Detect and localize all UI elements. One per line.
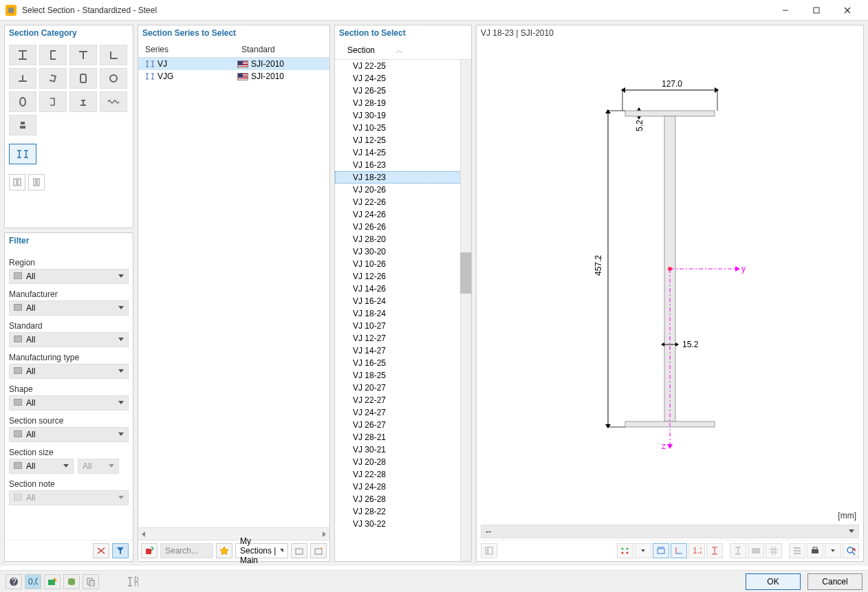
footer-db-icon[interactable] bbox=[63, 574, 80, 589]
section-item[interactable]: VJ 28-19 bbox=[335, 97, 471, 109]
section-item[interactable]: VJ 14-26 bbox=[335, 283, 471, 295]
category-tee-icon[interactable] bbox=[69, 45, 97, 65]
favorite-button[interactable] bbox=[216, 543, 232, 558]
section-item[interactable]: VJ 22-27 bbox=[335, 394, 471, 406]
section-item[interactable]: VJ 26-26 bbox=[335, 221, 471, 233]
category-rail-icon[interactable] bbox=[69, 91, 97, 112]
section-item[interactable]: VJ 20-26 bbox=[335, 184, 471, 196]
footer-export-icon[interactable] bbox=[44, 574, 61, 589]
section-item[interactable]: VJ 14-25 bbox=[335, 146, 471, 159]
shape-combo[interactable]: All bbox=[9, 395, 129, 410]
tb-grid-icon[interactable] bbox=[766, 543, 782, 558]
category-channel-icon[interactable] bbox=[39, 45, 67, 65]
tb-search-icon[interactable] bbox=[843, 543, 859, 558]
tb-stress-icon[interactable] bbox=[617, 543, 633, 558]
tb-axes-icon[interactable] bbox=[671, 543, 687, 558]
section-item[interactable]: VJ 26-27 bbox=[335, 419, 471, 431]
section-item[interactable]: VJ 14-27 bbox=[335, 344, 471, 357]
section-item[interactable]: VJ 28-21 bbox=[335, 431, 471, 443]
category-double-tee-icon[interactable] bbox=[9, 68, 36, 89]
category-zee-icon[interactable] bbox=[39, 91, 67, 112]
section-item[interactable]: VJ 12-27 bbox=[335, 332, 471, 344]
category-hollow-circle-icon[interactable] bbox=[100, 68, 127, 89]
section-item[interactable]: VJ 18-23 bbox=[335, 171, 471, 184]
clear-filter-button[interactable] bbox=[93, 543, 109, 558]
section-item[interactable]: VJ 18-25 bbox=[335, 369, 471, 382]
section-item[interactable]: VJ 26-25 bbox=[335, 85, 471, 97]
section-item[interactable]: VJ 24-25 bbox=[335, 72, 471, 85]
section-item[interactable]: VJ 22-26 bbox=[335, 196, 471, 208]
section-item[interactable]: VJ 24-26 bbox=[335, 208, 471, 221]
footer-units-icon[interactable]: 0,00 bbox=[25, 574, 41, 589]
preview-info-combo[interactable]: -- bbox=[481, 525, 859, 538]
note-combo[interactable]: All bbox=[9, 490, 129, 505]
section-item[interactable]: VJ 12-26 bbox=[335, 270, 471, 283]
section-item[interactable]: VJ 22-28 bbox=[335, 468, 471, 481]
cancel-button[interactable]: Cancel bbox=[807, 573, 862, 590]
tb-isection-icon[interactable] bbox=[706, 543, 723, 558]
tb-print-icon[interactable] bbox=[807, 543, 823, 558]
category-joist-icon[interactable] bbox=[9, 144, 36, 164]
section-item[interactable]: VJ 30-22 bbox=[335, 518, 471, 530]
collapse-all-icon[interactable] bbox=[28, 174, 45, 190]
tb-info-icon[interactable]: i bbox=[481, 543, 497, 558]
source-combo[interactable]: All bbox=[9, 427, 129, 442]
category-z-section-icon[interactable] bbox=[39, 68, 67, 89]
section-item[interactable]: VJ 10-26 bbox=[335, 258, 471, 270]
series-hscroll[interactable] bbox=[138, 527, 329, 540]
col-standard[interactable]: Standard bbox=[237, 42, 327, 57]
my-sections-combo[interactable]: My Sections | Main bbox=[235, 543, 288, 558]
footer-help-icon[interactable]: ? bbox=[6, 574, 22, 589]
category-solid-icon[interactable] bbox=[9, 115, 36, 135]
section-item[interactable]: VJ 28-20 bbox=[335, 233, 471, 245]
section-item[interactable]: VJ 30-19 bbox=[335, 109, 471, 122]
section-item[interactable]: VJ 16-23 bbox=[335, 159, 471, 171]
manufacturer-combo[interactable]: All bbox=[9, 300, 129, 316]
section-item[interactable]: VJ 30-21 bbox=[335, 443, 471, 456]
category-oval-icon[interactable] bbox=[9, 91, 36, 112]
section-item[interactable]: VJ 10-27 bbox=[335, 320, 471, 332]
category-hollow-rect-icon[interactable] bbox=[69, 68, 97, 89]
section-item[interactable]: VJ 20-28 bbox=[335, 456, 471, 468]
tb-dim-icon[interactable] bbox=[653, 543, 669, 558]
section-item[interactable]: VJ 24-28 bbox=[335, 481, 471, 493]
section-item[interactable]: VJ 16-24 bbox=[335, 295, 471, 307]
minimize-button[interactable] bbox=[770, 1, 801, 20]
standard-combo[interactable]: All bbox=[9, 332, 129, 347]
tb-fill-icon[interactable] bbox=[748, 543, 764, 558]
series-row[interactable]: VJSJI-2010 bbox=[138, 58, 329, 70]
section-item[interactable]: VJ 18-24 bbox=[335, 307, 471, 320]
section-item[interactable]: VJ 24-27 bbox=[335, 406, 471, 419]
category-i-section-icon[interactable] bbox=[9, 45, 36, 65]
size-combo-1[interactable]: All bbox=[9, 459, 74, 474]
col-series[interactable]: Series bbox=[141, 42, 237, 57]
ok-button[interactable]: OK bbox=[746, 573, 801, 590]
section-item[interactable]: VJ 30-20 bbox=[335, 245, 471, 258]
footer-copy-icon[interactable] bbox=[83, 574, 99, 589]
section-item[interactable]: VJ 12-25 bbox=[335, 134, 471, 146]
series-row[interactable]: VJGSJI-2010 bbox=[138, 70, 329, 83]
section-item[interactable]: VJ 22-25 bbox=[335, 60, 471, 72]
apply-filter-button[interactable] bbox=[112, 543, 129, 558]
tb-dropdown-1[interactable] bbox=[635, 543, 651, 558]
mfg-type-combo[interactable]: All bbox=[9, 364, 129, 379]
category-corrugated-icon[interactable] bbox=[100, 91, 127, 112]
footer-ibh-icon[interactable]: bh bbox=[125, 574, 142, 589]
series-add-button[interactable] bbox=[141, 543, 158, 558]
tb-list-icon[interactable] bbox=[789, 543, 805, 558]
section-item[interactable]: VJ 20-27 bbox=[335, 382, 471, 394]
mysec-btn2[interactable] bbox=[310, 543, 327, 558]
expand-all-icon[interactable] bbox=[9, 174, 25, 190]
section-item[interactable]: VJ 16-25 bbox=[335, 357, 471, 369]
mysec-btn1[interactable] bbox=[291, 543, 307, 558]
section-item[interactable]: VJ 28-22 bbox=[335, 505, 471, 518]
size-combo-2[interactable]: All bbox=[78, 459, 119, 474]
category-angle-icon[interactable] bbox=[100, 45, 127, 65]
section-item[interactable]: VJ 26-28 bbox=[335, 493, 471, 505]
section-scroll[interactable]: VJ 22-25VJ 24-25VJ 26-25VJ 28-19VJ 30-19… bbox=[335, 60, 471, 561]
close-button[interactable] bbox=[832, 1, 862, 20]
tb-values-icon[interactable]: 1.2 bbox=[688, 543, 705, 558]
maximize-button[interactable] bbox=[801, 1, 832, 20]
scrollbar-thumb[interactable] bbox=[460, 252, 471, 294]
tb-outline-icon[interactable] bbox=[730, 543, 746, 558]
